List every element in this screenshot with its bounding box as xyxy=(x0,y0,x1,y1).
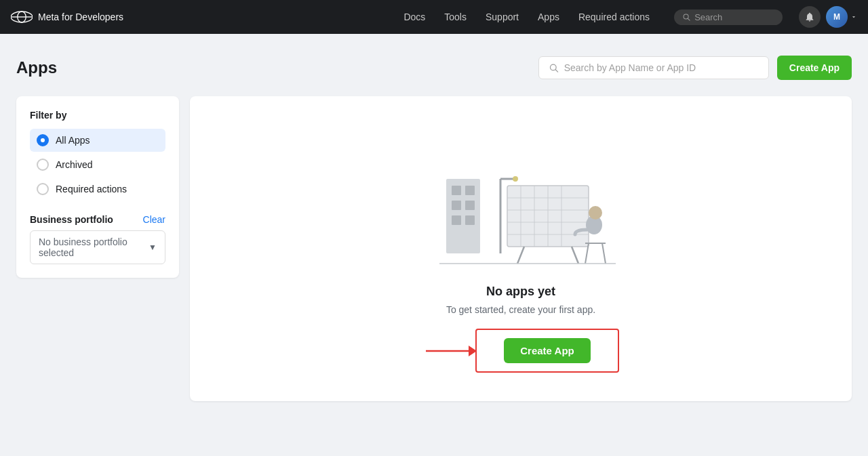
nav-support[interactable]: Support xyxy=(477,7,527,26)
empty-state: No apps yet To get started, create your … xyxy=(419,125,623,373)
create-app-button-main[interactable]: Create App xyxy=(504,338,590,363)
svg-line-4 xyxy=(688,18,690,20)
site-logo[interactable]: Meta for Developers xyxy=(11,11,123,23)
avatar: M xyxy=(826,6,848,28)
bp-label: Business portfolio xyxy=(30,214,113,225)
empty-state-subtitle: To get started, create your first app. xyxy=(446,304,595,315)
create-app-box: Create App xyxy=(475,329,618,373)
create-app-button-header[interactable]: Create App xyxy=(777,56,852,80)
empty-illustration xyxy=(419,125,623,274)
radio-all-apps-inner xyxy=(41,138,45,142)
filter-required-actions[interactable]: Required actions xyxy=(30,178,165,201)
filter-panel: Filter by All Apps Archived Required act… xyxy=(16,96,179,278)
bp-clear-button[interactable]: Clear xyxy=(143,214,165,225)
svg-point-16 xyxy=(513,176,518,182)
header-right: Create App xyxy=(538,56,852,80)
empty-state-title: No apps yet xyxy=(486,285,555,299)
radio-required-actions xyxy=(37,183,49,195)
red-arrow xyxy=(422,337,477,365)
svg-rect-12 xyxy=(452,215,461,225)
create-area: Create App xyxy=(422,329,618,373)
main-panel: No apps yet To get started, create your … xyxy=(190,96,852,401)
nav-docs[interactable]: Docs xyxy=(395,7,433,26)
search-icon xyxy=(682,12,690,22)
svg-line-6 xyxy=(555,70,557,72)
page-title: Apps xyxy=(16,58,57,77)
svg-rect-10 xyxy=(452,201,461,210)
svg-point-32 xyxy=(589,206,602,220)
notifications-button[interactable] xyxy=(799,6,821,28)
radio-all-apps xyxy=(37,134,49,146)
navbar-icons: M xyxy=(799,6,857,28)
svg-rect-13 xyxy=(465,215,475,225)
filter-archived[interactable]: Archived xyxy=(30,153,165,176)
navbar-search-input[interactable] xyxy=(694,12,774,22)
app-search-bar[interactable] xyxy=(538,56,769,79)
filter-options: All Apps Archived Required actions xyxy=(30,129,165,201)
filter-all-apps[interactable]: All Apps xyxy=(30,129,165,152)
chevron-down-icon xyxy=(850,14,857,20)
navbar-search[interactable] xyxy=(674,9,783,25)
arrow-icon xyxy=(422,337,477,365)
business-portfolio-section: Business portfolio Clear No business por… xyxy=(30,214,165,264)
svg-line-30 xyxy=(602,243,606,264)
svg-rect-7 xyxy=(446,179,480,253)
svg-rect-11 xyxy=(465,201,475,210)
app-search-input[interactable] xyxy=(564,62,759,73)
svg-rect-9 xyxy=(465,186,475,195)
bp-header: Business portfolio Clear xyxy=(30,214,165,225)
bp-dropdown[interactable]: No business portfolio selected ▼ xyxy=(30,230,165,264)
filter-all-apps-label: All Apps xyxy=(56,135,90,146)
nav-tools[interactable]: Tools xyxy=(436,7,475,26)
nav-apps[interactable]: Apps xyxy=(530,7,568,26)
filter-title: Filter by xyxy=(30,110,165,121)
chevron-down-icon: ▼ xyxy=(149,243,157,252)
user-menu-button[interactable]: M xyxy=(826,6,857,28)
content-area: Filter by All Apps Archived Required act… xyxy=(16,96,852,401)
search-icon xyxy=(549,62,559,73)
filter-required-actions-label: Required actions xyxy=(56,184,127,194)
logo-text: Meta for Developers xyxy=(38,12,123,22)
nav-required-actions[interactable]: Required actions xyxy=(570,7,658,26)
bp-dropdown-text: No business portfolio selected xyxy=(39,236,149,258)
nav-links: Docs Tools Support Apps Required actions xyxy=(395,7,658,26)
filter-archived-label: Archived xyxy=(56,159,92,170)
navbar: Meta for Developers Docs Tools Support A… xyxy=(0,0,868,34)
page-wrapper: Apps Create App Filter by All Ap xyxy=(0,34,868,423)
svg-rect-8 xyxy=(452,186,461,195)
svg-line-26 xyxy=(517,247,524,264)
svg-line-27 xyxy=(572,247,578,264)
radio-archived xyxy=(37,159,49,171)
bell-icon xyxy=(804,12,815,22)
page-header: Apps Create App xyxy=(16,56,852,80)
